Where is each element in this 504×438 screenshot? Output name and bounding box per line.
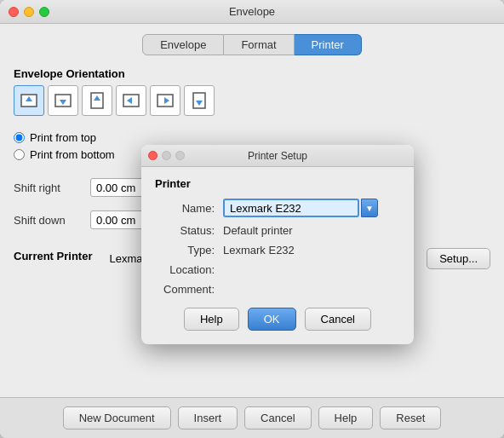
printer-status-label: Status:	[155, 224, 223, 237]
envelope-orientation-section: Envelope Orientation	[14, 67, 490, 123]
tab-printer[interactable]: Printer	[295, 34, 362, 55]
help-button[interactable]: Help	[318, 406, 374, 429]
printer-type-row: Type: Lexmark E232	[155, 244, 400, 256]
insert-button[interactable]: Insert	[178, 406, 238, 429]
window-title: Envelope	[229, 5, 275, 18]
modal-section-title: Printer	[155, 177, 400, 190]
printer-type-label: Type:	[155, 244, 223, 256]
setup-button[interactable]: Setup...	[427, 248, 490, 269]
printer-status-row: Status: Default printer	[155, 224, 400, 237]
orient-icon-3[interactable]	[82, 85, 112, 116]
printer-name-row: Name: ▼	[155, 199, 400, 217]
modal-title: Printer Setup	[248, 150, 307, 162]
traffic-lights	[9, 7, 49, 17]
reset-button[interactable]: Reset	[380, 406, 441, 429]
print-from-top-radio[interactable]: Print from top	[14, 131, 490, 144]
printer-type-value: Lexmark E232	[223, 244, 295, 256]
modal-title-bar: Printer Setup	[141, 145, 414, 167]
tab-bar: Envelope Format Printer	[14, 34, 490, 55]
orient-icon-5[interactable]	[150, 85, 180, 116]
modal-cancel-button[interactable]: Cancel	[305, 308, 371, 331]
printer-comment-label: Comment:	[155, 283, 223, 296]
current-printer-title: Current Printer	[14, 250, 92, 262]
orient-icon-4[interactable]	[116, 85, 146, 116]
shift-right-label: Shift right	[14, 182, 82, 194]
tab-envelope[interactable]: Envelope	[142, 34, 224, 55]
print-from-top-label: Print from top	[30, 131, 96, 144]
orient-icon-6[interactable]	[184, 85, 215, 116]
modal-help-button[interactable]: Help	[184, 308, 239, 331]
modal-maximize-button[interactable]	[175, 151, 185, 160]
printer-dropdown-button[interactable]: ▼	[361, 199, 378, 217]
close-button[interactable]	[9, 7, 19, 17]
shift-down-label: Shift down	[14, 214, 82, 227]
modal-traffic-lights	[148, 151, 185, 160]
cancel-button[interactable]: Cancel	[244, 406, 311, 429]
modal-close-button[interactable]	[148, 151, 158, 160]
printer-setup-modal: Printer Setup Printer Name: ▼ Status: De…	[141, 145, 414, 344]
modal-minimize-button[interactable]	[162, 151, 171, 160]
print-from-bottom-label: Print from bottom	[30, 148, 115, 161]
orientation-section-title: Envelope Orientation	[14, 67, 490, 80]
bottom-bar: New Document Insert Cancel Help Reset	[0, 397, 504, 438]
printer-status-value: Default printer	[223, 224, 293, 237]
modal-content: Printer Name: ▼ Status: Default printer	[141, 167, 414, 344]
orient-icon-2[interactable]	[48, 85, 78, 116]
new-document-button[interactable]: New Document	[63, 406, 171, 429]
printer-location-row: Location:	[155, 263, 400, 276]
printer-name-input[interactable]	[223, 199, 359, 217]
printer-location-label: Location:	[155, 263, 223, 276]
printer-name-select-group: ▼	[223, 199, 378, 217]
maximize-button[interactable]	[39, 7, 49, 17]
modal-buttons: Help OK Cancel	[155, 308, 400, 331]
printer-comment-row: Comment:	[155, 283, 400, 296]
printer-name-label: Name:	[155, 202, 223, 215]
tab-format[interactable]: Format	[224, 34, 294, 55]
title-bar: Envelope	[0, 0, 504, 24]
modal-ok-button[interactable]: OK	[248, 308, 296, 331]
orient-icon-1[interactable]	[14, 85, 44, 116]
minimize-button[interactable]	[24, 7, 34, 17]
orientation-icons	[14, 85, 490, 116]
main-window: Envelope Envelope Format Printer Envelop…	[0, 0, 504, 438]
